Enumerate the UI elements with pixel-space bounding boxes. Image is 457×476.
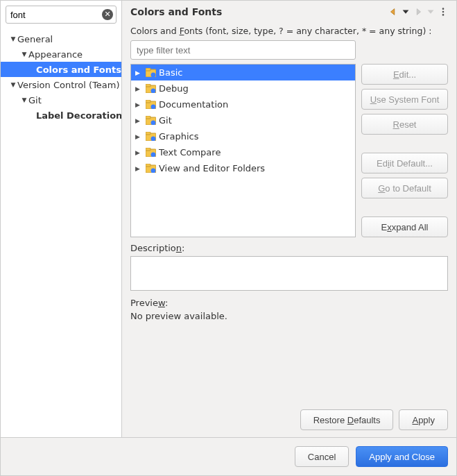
svg-rect-10 [146, 100, 150, 103]
nav-general[interactable]: ▼General [1, 31, 121, 46]
cat-basic[interactable]: ▶ Basic [131, 65, 355, 80]
back-icon[interactable] [388, 7, 398, 17]
svg-rect-22 [146, 164, 150, 167]
cat-view-editor[interactable]: ▶ View and Editor Folders [131, 160, 355, 176]
expand-all-button[interactable]: Exxpand All [361, 216, 448, 237]
edit-button[interactable]: Edit... [361, 64, 448, 85]
nav-colors-fonts[interactable]: ▼Colors and Fonts [1, 62, 121, 77]
folder-icon [145, 147, 156, 158]
description-label: Description: [130, 243, 448, 253]
svg-rect-7 [146, 84, 150, 87]
cat-label: Git [159, 115, 172, 126]
preview-label: Preview: [130, 298, 448, 308]
cat-label: Documentation [159, 99, 228, 110]
svg-rect-4 [146, 68, 150, 71]
svg-point-1 [442, 11, 445, 13]
cat-git[interactable]: ▶ Git [131, 112, 355, 128]
nav-appearance[interactable]: ▼Appearance [1, 46, 121, 62]
cat-debug[interactable]: ▶ Debug [131, 80, 355, 96]
use-system-font-button[interactable]: Use System Font [361, 89, 448, 110]
nav-label: Git [28, 95, 42, 105]
nav-git[interactable]: ▼Git [1, 92, 121, 108]
nav-tree: ▼General ▼Appearance ▼Colors and Fonts ▼… [1, 28, 121, 437]
restore-defaults-button[interactable]: Restore Defaults [300, 409, 394, 430]
menu-icon[interactable] [438, 7, 448, 17]
search-input[interactable] [6, 6, 116, 23]
cat-graphics[interactable]: ▶ Graphics [131, 128, 355, 144]
nav-label: Appearance [28, 49, 83, 60]
folder-icon [145, 67, 156, 78]
hint-text: Colors and Fonts (font, size, type, ? = … [130, 26, 448, 36]
description-box [130, 256, 448, 291]
cat-label: Debug [159, 83, 189, 94]
forward-menu-icon[interactable] [426, 7, 436, 17]
svg-point-0 [442, 8, 445, 10]
edit-default-button[interactable]: Ediit Default... [361, 153, 448, 173]
nav-label-decorations[interactable]: ▼Label Decorations [1, 108, 121, 123]
apply-close-button[interactable]: Apply and Close [356, 446, 448, 467]
page-title: Colors and Fonts [130, 6, 222, 17]
svg-rect-16 [146, 132, 150, 135]
cat-label: View and Editor Folders [159, 163, 265, 173]
apply-button[interactable]: Apply [399, 409, 448, 430]
nav-label: General [17, 34, 53, 44]
nav-label: Version Control (Team) [17, 80, 120, 90]
folder-icon [145, 163, 156, 174]
clear-search-icon[interactable]: ✕ [102, 9, 113, 20]
category-tree[interactable]: ▶ Basic ▶ Debug ▶ Documentation [130, 64, 356, 237]
filter-input[interactable] [130, 40, 356, 60]
nav-label: Colors and Fonts [36, 65, 121, 75]
reset-button[interactable]: Reset [361, 114, 448, 135]
svg-rect-13 [146, 116, 150, 119]
cat-label: Graphics [159, 131, 198, 142]
nav-label: Label Decorations [36, 110, 121, 121]
preview-text: No preview available. [130, 311, 448, 321]
nav-version-control[interactable]: ▼Version Control (Team) [1, 77, 121, 92]
cat-label: Text Compare [159, 147, 221, 158]
cat-documentation[interactable]: ▶ Documentation [131, 96, 355, 112]
folder-icon [145, 99, 156, 110]
folder-icon [145, 115, 156, 126]
forward-icon[interactable] [413, 7, 423, 17]
go-to-default-button[interactable]: Go to Default [361, 178, 448, 198]
svg-point-2 [442, 14, 445, 16]
cat-label: Basic [159, 67, 182, 78]
folder-icon [145, 131, 156, 142]
svg-rect-19 [146, 148, 150, 151]
cat-text-compare[interactable]: ▶ Text Compare [131, 144, 355, 160]
folder-icon [145, 83, 156, 94]
back-menu-icon[interactable] [401, 7, 411, 17]
search-field-wrap[interactable]: ✕ [6, 6, 117, 24]
cancel-button[interactable]: Cancel [295, 446, 349, 467]
